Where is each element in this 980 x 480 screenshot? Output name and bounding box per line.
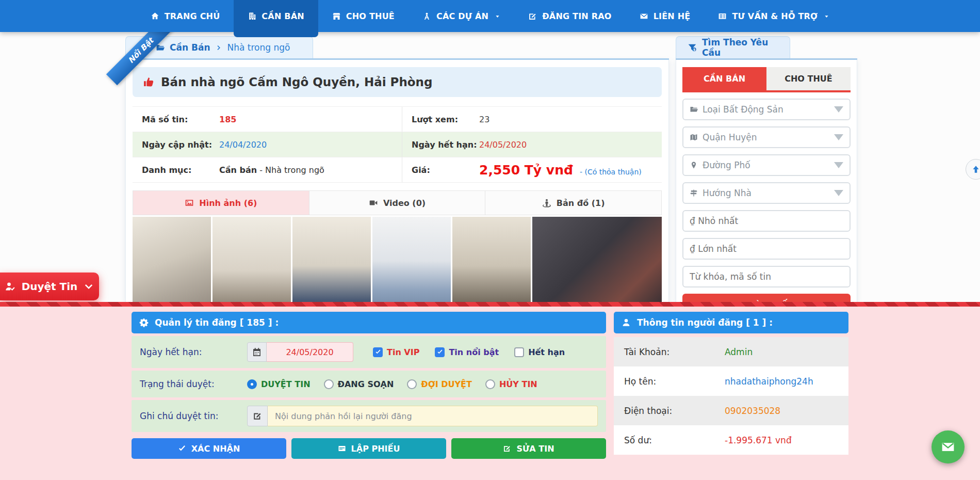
field-label: Ngày hết hạn: bbox=[402, 132, 479, 157]
gallery-thumbnail-3[interactable] bbox=[292, 217, 371, 315]
max-price-input[interactable] bbox=[690, 244, 843, 254]
select-label: Hướng Nhà bbox=[703, 188, 752, 198]
gallery-thumbnail-2[interactable] bbox=[213, 217, 291, 315]
nav-item-cho-thue[interactable]: CHO THUÊ bbox=[318, 0, 409, 32]
user-check-icon bbox=[5, 281, 15, 292]
min-price-input[interactable] bbox=[690, 216, 843, 226]
field-label: Họ tên: bbox=[624, 376, 725, 387]
field-label: Lượt xem: bbox=[402, 107, 479, 132]
calendar-icon bbox=[252, 347, 262, 357]
nav-item-can-ban[interactable]: CẦN BÁN bbox=[234, 0, 318, 37]
nav-item-dang-tin-rao[interactable]: ĐĂNG TIN RAO bbox=[514, 0, 625, 32]
gallery-thumbnail-5[interactable] bbox=[452, 217, 531, 315]
post-management-card: Quản lý tin đăng [ 185 ] : Ngày hết hạn:… bbox=[132, 312, 606, 459]
checkbox-unchecked-icon bbox=[514, 347, 524, 357]
keyword-input[interactable] bbox=[690, 271, 843, 282]
radio-label: HỦY TIN bbox=[499, 379, 537, 389]
nav-item-tu-van-ho-tro[interactable]: TƯ VẤN & HỖ TRỢ bbox=[704, 0, 843, 32]
breadcrumb-root-link[interactable]: Cần Bán bbox=[170, 42, 210, 53]
checkbox-checked-icon bbox=[435, 347, 445, 357]
overlay-striped-band bbox=[0, 302, 980, 307]
nav-label: CẦN BÁN bbox=[262, 11, 304, 21]
category-value: Cần bán - Nhà trong ngõ bbox=[219, 165, 402, 175]
fullname-link[interactable]: nhadathaiphong24h bbox=[725, 376, 813, 387]
radio-unselected-icon bbox=[324, 379, 334, 389]
edit-button-label: SỬA TIN bbox=[516, 444, 554, 454]
checkbox-tin-noi-bat[interactable]: Tin nổi bật bbox=[435, 347, 499, 357]
sidebar-header-tab[interactable]: $ Tìm Theo Yêu Cầu bbox=[676, 36, 790, 58]
sidebar-search-card: CẦN BÁN CHO THUÊ Loại Bất Động Sản Quận … bbox=[676, 60, 857, 302]
create-invoice-button[interactable]: LẬP PHIẾU bbox=[291, 438, 446, 459]
radio-dang-soan[interactable]: ĐANG SOẠN bbox=[324, 379, 394, 389]
price-value: 2,550 Tỷ vnđ bbox=[479, 163, 573, 178]
select-house-direction[interactable]: Hướng Nhà bbox=[682, 182, 851, 204]
select-label: Quận Huyện bbox=[703, 132, 757, 142]
table-row: Điện thoại: 0902035028 bbox=[614, 396, 848, 425]
expiry-label: Ngày hết hạn: bbox=[140, 347, 247, 357]
review-note-input[interactable] bbox=[268, 406, 598, 426]
expiry-date-input[interactable] bbox=[267, 342, 353, 362]
tab-video[interactable]: Video (0) bbox=[309, 191, 486, 215]
checkbox-het-han[interactable]: Hết hạn bbox=[514, 347, 565, 357]
street-view-icon bbox=[542, 198, 551, 207]
tab-sell[interactable]: CẦN BÁN bbox=[682, 67, 766, 90]
updated-date-value: 24/04/2020 bbox=[219, 140, 402, 150]
nav-item-lien-he[interactable]: LIÊN HỆ bbox=[626, 0, 705, 32]
table-row: Họ tên: nhadathaiphong24h bbox=[614, 366, 848, 396]
radio-label: DUYỆT TIN bbox=[261, 379, 311, 389]
calendar-button[interactable] bbox=[247, 342, 267, 362]
gallery-thumbnail-4[interactable] bbox=[372, 217, 451, 315]
tab-label: Video (0) bbox=[383, 198, 426, 208]
account-value: Admin bbox=[725, 347, 753, 357]
category-rest: - Nhà trong ngõ bbox=[257, 165, 324, 175]
edit-post-button[interactable]: SỬA TIN bbox=[451, 438, 606, 459]
mail-icon bbox=[941, 440, 955, 454]
tab-map[interactable]: Bản đồ (1) bbox=[485, 191, 661, 215]
field-label: Danh mục: bbox=[133, 165, 219, 175]
tab-images[interactable]: Hình ảnh (6) bbox=[133, 191, 309, 215]
publisher-info-card: Thông tin người đăng [ 1 ] : Tài Khoản: … bbox=[614, 312, 848, 455]
post-management-header: Quản lý tin đăng [ 185 ] : bbox=[132, 312, 606, 333]
note-edit-button[interactable] bbox=[247, 406, 268, 426]
approve-post-button[interactable]: Duyệt Tin bbox=[0, 273, 99, 300]
chat-widget-button[interactable] bbox=[932, 430, 965, 463]
admin-overlay-panel: Quản lý tin đăng [ 185 ] : Ngày hết hạn:… bbox=[0, 302, 980, 480]
field-label: Tài Khoản: bbox=[624, 347, 725, 357]
radio-doi-duyet[interactable]: ĐỢI DUYỆT bbox=[407, 379, 472, 389]
listing-id-value: 185 bbox=[219, 115, 402, 124]
select-district[interactable]: Quận Huyện bbox=[682, 126, 851, 148]
publisher-info-title: Thông tin người đăng [ 1 ] : bbox=[637, 317, 773, 328]
checkbox-tin-vip[interactable]: Tin VIP bbox=[373, 347, 419, 357]
select-property-type[interactable]: Loại Bất Động Sản bbox=[682, 99, 851, 120]
svg-text:$: $ bbox=[693, 47, 695, 51]
pencil-square-icon bbox=[253, 411, 262, 421]
radio-huy-tin[interactable]: HỦY TIN bbox=[485, 379, 537, 389]
gallery-thumbnail-1[interactable] bbox=[133, 217, 211, 315]
listing-detail-panel: Bán nhà ngõ Cấm Ngô Quyền, Hải Phòng Mã … bbox=[125, 60, 669, 302]
home-icon bbox=[151, 12, 159, 21]
listing-info-table: Mã số tin: 185 Lượt xem: 23 Ngày cập nhậ… bbox=[133, 106, 662, 183]
tab-rent[interactable]: CHO THUÊ bbox=[766, 67, 851, 90]
breadcrumb-current-link[interactable]: Nhà trong ngõ bbox=[227, 42, 290, 53]
dropdown-arrow-icon bbox=[834, 134, 843, 140]
phone-link[interactable]: 0902035028 bbox=[725, 406, 780, 416]
nav-item-home[interactable]: TRANG CHỦ bbox=[137, 0, 234, 32]
confirm-button[interactable]: XÁC NHẬN bbox=[132, 438, 286, 459]
publisher-info-header: Thông tin người đăng [ 1 ] : bbox=[614, 312, 848, 333]
scroll-to-top-button[interactable] bbox=[966, 159, 980, 180]
nav-label: CÁC DỰ ÁN bbox=[436, 11, 488, 21]
breadcrumb-underline bbox=[125, 58, 669, 60]
radio-label: ĐỢI DUYỆT bbox=[421, 379, 472, 389]
envelope-icon bbox=[640, 12, 648, 21]
map-pin-icon bbox=[690, 161, 698, 169]
nav-item-cac-du-an[interactable]: CÁC DỰ ÁN bbox=[409, 0, 514, 32]
table-row: Mã số tin: 185 Lượt xem: 23 bbox=[133, 107, 662, 132]
gallery-thumbnail-6[interactable] bbox=[532, 217, 662, 315]
select-label: Đường Phố bbox=[703, 160, 750, 170]
top-navigation: TRANG CHỦ CẦN BÁN CHO THUÊ CÁC DỰ ÁN ĐĂN… bbox=[0, 0, 980, 32]
select-street[interactable]: Đường Phố bbox=[682, 154, 851, 176]
breadcrumb-row: Cần Bán Nhà trong ngõ bbox=[125, 36, 669, 60]
radio-duyet-tin[interactable]: DUYỆT TIN bbox=[247, 379, 311, 389]
list-icon bbox=[718, 12, 727, 21]
field-label: Giá: bbox=[402, 157, 479, 182]
